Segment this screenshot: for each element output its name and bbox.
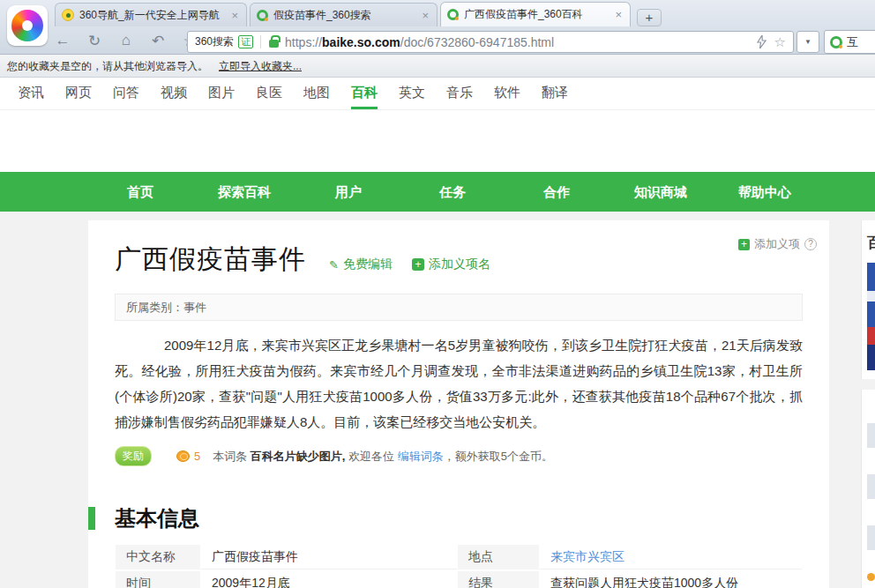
empty-bookmarks-notice: 您的收藏夹是空的，请从其他浏览器导入。 (7, 59, 208, 74)
360-search-icon (830, 36, 842, 48)
search-vertical-nav: 资讯 网页 问答 视频 图片 良医 地图 百科 英文 音乐 软件 翻译 (0, 78, 875, 110)
https-lock-icon (269, 40, 279, 48)
add-meaning-label: 添加义项 (754, 236, 800, 252)
reward-text-mid: 欢迎各位 (345, 450, 397, 463)
sidebar-heading-partial: 百 (862, 220, 875, 253)
sidebar-panel-top: 百 (861, 220, 875, 379)
title-row: 广西假疫苗事件 ✎ 免费编辑 + 添加义项名 (115, 220, 803, 278)
sidebar-coin-icon (867, 573, 875, 581)
speed-mode-lightning-icon[interactable] (757, 35, 767, 48)
basic-info-table: 中文名称 广西假疫苗事件 地点 来宾市兴宾区 时间 2009年12月底 结果 查… (115, 543, 803, 588)
sidebar-thumb[interactable] (867, 474, 875, 499)
browser-logo[interactable] (7, 5, 48, 46)
article-card: + 添加义项 ? 广西假疫苗事件 ✎ 免费编辑 + 添加义项名 所属类别： (88, 220, 829, 588)
reward-badge: 奖励 (115, 446, 152, 466)
category-box: 所属类别：事件 (115, 294, 803, 321)
site-nav-tasks[interactable]: 任务 (400, 172, 505, 212)
plus-icon: + (738, 239, 750, 250)
site-nav-help-center[interactable]: 帮助中心 (713, 172, 817, 212)
home-icon[interactable]: ⌂ (116, 32, 136, 49)
info-label: 中文名称 (116, 545, 200, 569)
nav-item-video[interactable]: 视频 (161, 78, 187, 109)
quick-search-keyword: 互 (847, 34, 858, 50)
section-accent-bar (88, 507, 95, 530)
edit-entry-link[interactable]: 编辑词条 (398, 450, 444, 463)
sidebar-thumb[interactable] (867, 423, 875, 448)
nav-item-baike-active[interactable]: 百科 (351, 78, 378, 109)
url-dropdown-button[interactable]: ▼ (796, 31, 819, 53)
site-nav-knowledge-mall[interactable]: 知识商城 (609, 172, 713, 212)
tab-360-search[interactable]: 假疫苗事件_360搜索 × (250, 3, 438, 26)
reward-text-bold: 百科名片缺少图片, (251, 450, 346, 463)
page-title: 广西假疫苗事件 (115, 242, 306, 278)
close-icon[interactable]: × (420, 9, 430, 22)
quick-search-box[interactable]: 互 (824, 30, 875, 54)
add-meaning-name-label: 添加义项名 (429, 257, 490, 272)
location-link[interactable]: 来宾市兴宾区 (550, 549, 624, 563)
nav-item-qa[interactable]: 问答 (113, 78, 139, 109)
nav-item-english[interactable]: 英文 (399, 78, 425, 109)
nav-item-web[interactable]: 网页 (65, 78, 92, 109)
import-bookmarks-link[interactable]: 立即导入收藏夹... (219, 59, 302, 74)
search-engine-label[interactable]: 360搜索 (195, 34, 234, 49)
nav-item-translate[interactable]: 翻译 (542, 78, 568, 109)
url-domain: baike.so.com (322, 35, 400, 49)
bookmark-star-icon[interactable]: ☆ (774, 34, 786, 50)
site-nav-home[interactable]: 首页 (88, 172, 192, 212)
browser-window: 360导航_新一代安全上网导航 × 假疫苗事件_360搜索 × 广西假疫苗事件_… (0, 0, 875, 588)
info-label: 地点 (458, 545, 539, 569)
close-icon[interactable]: × (613, 8, 624, 21)
360-nav-favicon-icon (62, 9, 74, 21)
table-row: 时间 2009年12月底 结果 查获问题人用狂犬疫苗1000多人份 (116, 571, 802, 588)
title-actions: ✎ 免费编辑 + 添加义项名 (329, 257, 490, 272)
add-meaning-control[interactable]: + 添加义项 ? (738, 236, 817, 252)
nav-item-maps[interactable]: 地图 (303, 78, 330, 109)
back-icon[interactable]: ← (53, 32, 72, 49)
nav-item-music[interactable]: 音乐 (446, 78, 473, 109)
url-text[interactable]: https://baike.so.com/doc/6732860-6947185… (285, 35, 554, 49)
address-bar-actions: ☆ (757, 34, 786, 50)
close-icon[interactable]: × (229, 9, 240, 22)
360-search-favicon-icon (257, 10, 268, 21)
article-summary: 2009年12月底，来宾市兴宾区正龙乡果塘村一名5岁男童被狗咬伤，到该乡卫生院打… (115, 332, 803, 435)
url-prefix: https:// (285, 35, 322, 49)
360-browser-icon (11, 10, 43, 41)
360-baike-favicon-icon (447, 9, 459, 20)
refresh-icon[interactable]: ↻ (85, 32, 104, 50)
free-edit-link[interactable]: ✎ 免费编辑 (329, 257, 393, 272)
add-meaning-name-link[interactable]: + 添加义项名 (412, 257, 490, 272)
site-nav-explore[interactable]: 探索百科 (192, 172, 296, 212)
site-nav-cooperation[interactable]: 合作 (505, 172, 609, 212)
sidebar-thumb[interactable] (867, 525, 875, 550)
category-label: 所属类别： (126, 301, 183, 314)
nav-item-doctor[interactable]: 良医 (256, 78, 282, 109)
info-value: 查获问题人用狂犬疫苗1000多人份 (540, 571, 802, 588)
page-content: + 添加义项 ? 广西假疫苗事件 ✎ 免费编辑 + 添加义项名 所属类别： (0, 212, 875, 588)
new-tab-button[interactable]: + (637, 9, 662, 26)
tab-strip: 360导航_新一代安全上网导航 × 假疫苗事件_360搜索 × 广西假疫苗事件_… (55, 2, 662, 26)
basic-info-heading-row: 基本信息 (115, 505, 803, 532)
reward-text-before: 本词条 (213, 450, 251, 463)
undo-icon[interactable]: ↶ (148, 32, 168, 50)
pencil-icon: ✎ (329, 258, 339, 272)
plus-icon: + (412, 258, 424, 271)
tab-360-baike-active[interactable]: 广西假疫苗事件_360百科 × (440, 2, 631, 26)
tab-360-nav[interactable]: 360导航_新一代安全上网导航 × (55, 3, 247, 26)
coin-count: 5 (194, 450, 200, 463)
help-question-icon[interactable]: ? (804, 238, 817, 250)
reward-text: 本词条 百科名片缺少图片, 欢迎各位 编辑词条，额外获取5个金币。 (213, 449, 553, 465)
coin-icon (176, 450, 190, 462)
site-nav-users[interactable]: 用户 (296, 172, 400, 212)
address-bar[interactable]: 360搜索 证 https://baike.so.com/doc/6732860… (187, 31, 794, 53)
nav-item-software[interactable]: 软件 (494, 78, 520, 109)
browser-chrome: 360导航_新一代安全上网导航 × 假疫苗事件_360搜索 × 广西假疫苗事件_… (0, 0, 875, 55)
tab-title: 360导航_新一代安全上网导航 (79, 8, 224, 23)
reward-row: 奖励 5 本词条 百科名片缺少图片, 欢迎各位 编辑词条，额外获取5个金币。 (115, 446, 803, 466)
sidebar-image-thumbnail[interactable] (867, 263, 875, 370)
reward-text-after: ，额外获取5个金币。 (444, 450, 553, 463)
tab-title: 假疫苗事件_360搜索 (273, 8, 415, 23)
url-path: /doc/6732860-6947185.html (400, 35, 554, 49)
nav-item-images[interactable]: 图片 (208, 78, 235, 109)
tab-title: 广西假疫苗事件_360百科 (464, 7, 608, 22)
nav-item-news[interactable]: 资讯 (18, 78, 44, 109)
